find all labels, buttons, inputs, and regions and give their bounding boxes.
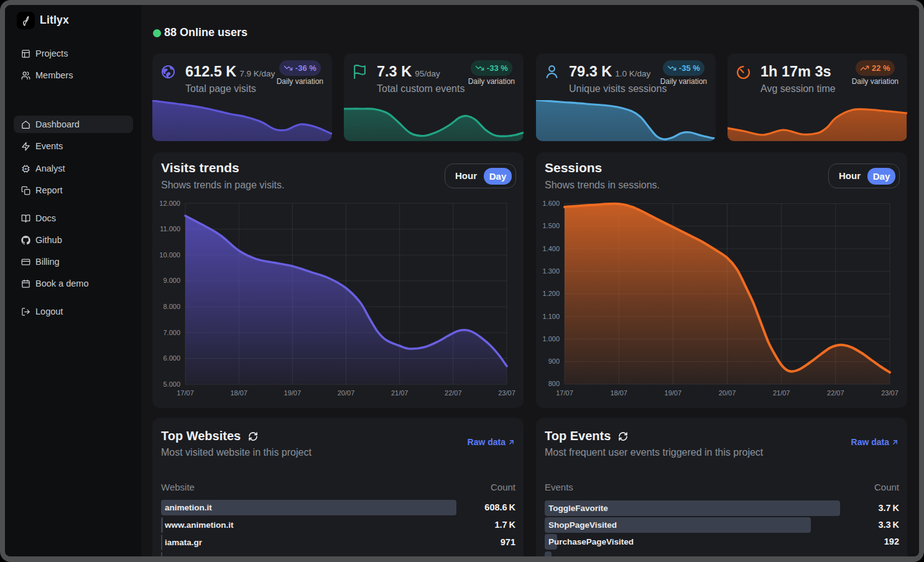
svg-text:8.000: 8.000 [163, 303, 180, 310]
svg-text:18/07: 18/07 [610, 389, 627, 397]
svg-text:1.100: 1.100 [542, 313, 560, 320]
svg-text:1.300: 1.300 [542, 267, 560, 275]
svg-text:20/07: 20/07 [719, 389, 736, 397]
svg-text:1.200: 1.200 [542, 290, 560, 297]
svg-text:19/07: 19/07 [665, 389, 682, 397]
svg-text:800: 800 [548, 380, 560, 387]
svg-text:21/07: 21/07 [391, 389, 409, 397]
svg-text:19/07: 19/07 [284, 389, 302, 397]
svg-text:6.000: 6.000 [163, 354, 180, 362]
svg-text:1.600: 1.600 [542, 200, 560, 207]
svg-text:AI: AI [24, 167, 27, 170]
svg-text:5.000: 5.000 [163, 380, 180, 388]
svg-text:22/07: 22/07 [445, 389, 462, 397]
svg-text:23/07: 23/07 [498, 389, 515, 397]
svg-text:17/07: 17/07 [177, 389, 194, 397]
svg-text:22/07: 22/07 [827, 389, 844, 397]
svg-text:20/07: 20/07 [338, 389, 355, 397]
svg-text:1.000: 1.000 [542, 335, 560, 343]
svg-text:7.000: 7.000 [163, 329, 180, 336]
svg-text:18/07: 18/07 [230, 389, 247, 397]
svg-text:11.000: 11.000 [160, 225, 180, 233]
svg-text:900: 900 [548, 357, 560, 365]
svg-text:10.000: 10.000 [159, 251, 180, 259]
svg-text:23/07: 23/07 [881, 389, 899, 397]
svg-text:12.000: 12.000 [159, 200, 180, 207]
svg-text:1.500: 1.500 [542, 222, 560, 229]
svg-text:1.400: 1.400 [542, 245, 560, 252]
svg-text:9.000: 9.000 [163, 277, 180, 284]
svg-text:21/07: 21/07 [773, 389, 790, 397]
svg-text:17/07: 17/07 [556, 389, 573, 397]
